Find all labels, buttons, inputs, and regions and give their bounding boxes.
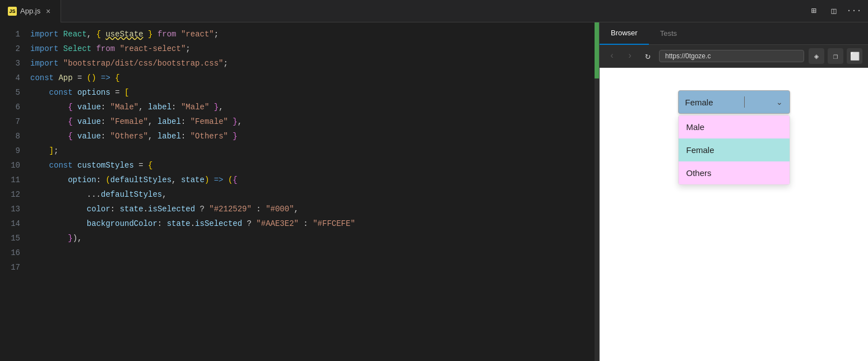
layout-split-icon[interactable]: ⊞ (806, 4, 821, 18)
code-line-5: const App = () => { (30, 71, 599, 85)
editor-scrollbar[interactable] (595, 22, 599, 361)
select-separator (744, 96, 745, 108)
code-container: 1234567891011121314151617 import React, … (0, 22, 599, 361)
browser-action-3[interactable]: ⬜ (847, 48, 862, 64)
more-options-icon[interactable]: ··· (847, 4, 861, 18)
refresh-button[interactable]: ↻ (641, 49, 655, 63)
code-line-15: backgroundColor: state.isSelected ? "#AA… (30, 216, 599, 231)
code-line-10: ]; (30, 144, 599, 158)
code-line-3: import "bootstrap/dist/css/bootstrap.css… (30, 56, 599, 71)
js-badge: JS (8, 7, 17, 16)
code-line-1: import React, { useState } from "react"; (30, 27, 599, 41)
browser-content: Female ⌄ Male Female Others (600, 68, 868, 361)
code-line-8: { value: "Female", label: "Female" }, (30, 114, 599, 129)
browser-tabs: Browser Tests (600, 22, 868, 45)
chevron-down-icon: ⌄ (776, 98, 783, 107)
select-container: Female ⌄ Male Female Others (678, 90, 790, 114)
select-control[interactable]: Female ⌄ (678, 90, 790, 114)
code-line-6: const options = [ (30, 85, 599, 100)
code-line-11: const customStyles = { (30, 158, 599, 173)
layout-preview-icon[interactable]: ◫ (827, 4, 841, 18)
browser-action-icons: ◈ ❐ ⬜ (809, 48, 862, 64)
code-line-13: ...defaultStyles, (30, 187, 599, 202)
code-line-9: { value: "Others", label: "Others" } (30, 129, 599, 144)
browser-toolbar: ‹ › ↻ ◈ ❐ ⬜ (600, 45, 868, 68)
editor-tab[interactable]: JS App.js × (0, 0, 61, 22)
code-line-16: }), (30, 231, 599, 246)
code-line-7: { value: "Male", label: "Male" }, (30, 100, 599, 114)
code-line-14: color: state.isSelected ? "#212529" : "#… (30, 202, 599, 216)
browser-panel: Browser Tests ‹ › ↻ ◈ ❐ ⬜ Female ⌄ (600, 22, 868, 361)
back-button[interactable]: ‹ (605, 49, 619, 63)
browser-action-2[interactable]: ❐ (828, 48, 843, 64)
code-lines[interactable]: import React, { useState } from "react";… (28, 22, 599, 361)
option-male[interactable]: Male (679, 115, 790, 138)
select-menu: Male Female Others (678, 115, 790, 185)
main-area: 1234567891011121314151617 import React, … (0, 22, 868, 361)
editor-panel: 1234567891011121314151617 import React, … (0, 22, 600, 361)
select-value: Female (685, 98, 713, 107)
url-bar[interactable] (659, 50, 804, 62)
tab-filename: App.js (20, 7, 40, 15)
tab-close-icon[interactable]: × (44, 7, 53, 16)
code-line-2: import Select from "react-select"; (30, 41, 599, 56)
code-line-12: option: (defaultStyles, state) => ({ (30, 173, 599, 187)
forward-button[interactable]: › (623, 49, 637, 63)
topbar-actions: ⊞ ◫ ··· (800, 4, 868, 18)
option-female[interactable]: Female (679, 138, 790, 161)
scrollbar-thumb (595, 22, 599, 78)
top-bar: JS App.js × ⊞ ◫ ··· (0, 0, 868, 22)
option-others[interactable]: Others (679, 161, 790, 184)
browser-action-1[interactable]: ◈ (809, 48, 824, 64)
line-numbers: 1234567891011121314151617 (0, 22, 28, 361)
tab-tests[interactable]: Tests (649, 22, 688, 45)
tab-browser[interactable]: Browser (600, 22, 649, 45)
